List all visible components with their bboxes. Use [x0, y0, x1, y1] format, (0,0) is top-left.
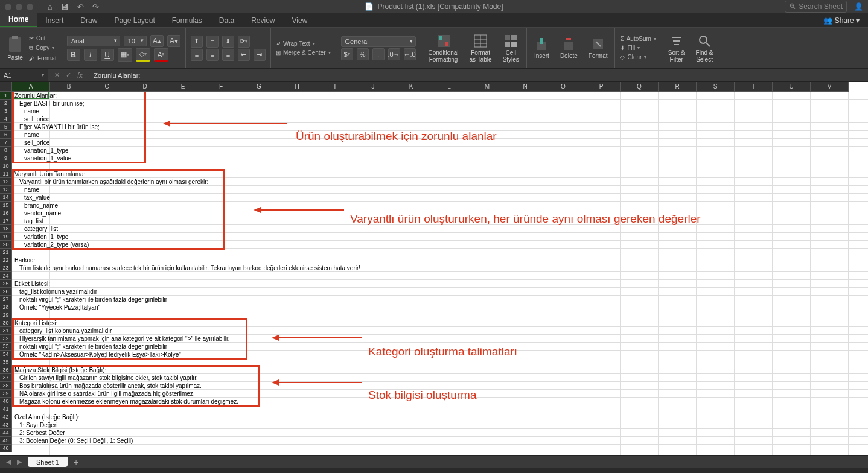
decrease-indent-button[interactable]: ⇤ [238, 49, 250, 61]
cell-a33[interactable]: noktalı virgül ";" karakteri ile birden … [18, 343, 168, 351]
row-header-4[interactable]: 4 [0, 115, 12, 123]
row-header-14[interactable]: 14 [0, 194, 12, 202]
user-icon[interactable]: 👤 [854, 2, 863, 11]
decrease-decimal-button[interactable]: ←.0 [404, 48, 416, 60]
percent-button[interactable]: % [357, 48, 369, 60]
row-header-22[interactable]: 22 [0, 256, 12, 264]
copy-button[interactable]: ⧉ Copy ▾ [29, 44, 57, 52]
align-left-button[interactable]: ≡ [191, 49, 203, 61]
tab-formulas[interactable]: Formulas [164, 14, 211, 27]
column-header-G[interactable]: G [240, 82, 278, 92]
column-header-P[interactable]: P [582, 82, 621, 92]
row-header-19[interactable]: 19 [0, 233, 12, 241]
cell-a43[interactable]: 1: Sayı Değeri [18, 421, 59, 429]
cell-a6[interactable]: name [23, 131, 40, 139]
delete-cells-button[interactable]: Delete [558, 30, 580, 66]
borders-button[interactable]: ▦▾ [118, 48, 132, 62]
cell-a38[interactable]: Boş bırakılırsa ürün mağazada gösterilir… [18, 382, 203, 390]
orientation-button[interactable]: ⟳▾ [238, 36, 250, 48]
minimize-window[interactable] [16, 4, 22, 10]
number-format-select[interactable]: General [341, 36, 416, 47]
row-header-27[interactable]: 27 [0, 296, 12, 303]
conditional-formatting-button[interactable]: Conditional Formatting [426, 30, 461, 66]
cell-a9[interactable]: variation_1_value [23, 154, 72, 162]
row-header-9[interactable]: 9 [0, 154, 12, 162]
sheet-tab[interactable]: Sheet 1 [28, 457, 68, 467]
cell-a39[interactable]: NA olarak girilirse o satırdaki ürün ilg… [18, 390, 196, 398]
formula-input[interactable]: Zorunlu Alanlar: [89, 72, 868, 79]
align-middle-button[interactable]: ≡ [206, 36, 219, 48]
fill-color-button[interactable]: ◇▾ [136, 48, 150, 62]
column-header-M[interactable]: M [468, 82, 506, 92]
cancel-formula-icon[interactable]: ✕ [54, 71, 60, 79]
column-header-T[interactable]: T [735, 82, 773, 92]
spreadsheet-grid[interactable]: ABCDEFGHIJKLMNOPQRSTUV 12345678910111213… [0, 82, 868, 455]
cell-a34[interactable]: Örnek: "Kadın>Aksesuar>Kolye;Hediyelik E… [18, 351, 182, 358]
row-header-44[interactable]: 44 [0, 429, 12, 437]
home-icon[interactable]: ⌂ [48, 2, 53, 11]
row-header-30[interactable]: 30 [0, 319, 12, 327]
cells-area[interactable]: Zorunlu Alanlar:Eğer BASİT bir ürün ise;… [12, 92, 868, 455]
row-header-37[interactable]: 37 [0, 374, 12, 382]
insert-cells-button[interactable]: Insert [532, 30, 552, 66]
align-center-button[interactable]: ≡ [206, 49, 219, 61]
cell-a3[interactable]: name [23, 107, 40, 115]
redo-icon[interactable]: ↷ [92, 2, 99, 11]
column-header-C[interactable]: C [88, 82, 126, 92]
cell-a31[interactable]: category_list kolonuna yazılmalıdır [18, 327, 113, 335]
cell-a20[interactable]: variation_2_type (varsa) [23, 241, 90, 249]
align-top-button[interactable]: ⬆ [191, 36, 203, 48]
find-select-button[interactable]: Find & Select [694, 30, 716, 66]
tab-home[interactable]: Home [0, 13, 37, 27]
row-header-35[interactable]: 35 [0, 358, 12, 366]
increase-font-button[interactable]: A▴ [150, 35, 164, 47]
cell-a28[interactable]: Örnek: "Yiyecek;Pizza;İtalyan" [18, 303, 101, 311]
cell-a17[interactable]: tag_list [23, 217, 45, 225]
row-header-10[interactable]: 10 [0, 162, 12, 170]
cell-a18[interactable]: category_list [23, 225, 59, 233]
cell-a11[interactable]: Varyantlı Ürün Tanımlama: [13, 170, 86, 178]
cell-a7[interactable]: sell_price [23, 139, 51, 147]
cell-a5[interactable]: Eğer VARYANTLI bir ürün ise; [18, 123, 101, 131]
tab-view[interactable]: View [284, 14, 316, 27]
cell-a22[interactable]: Barkod: [13, 256, 36, 264]
search-sheet-input[interactable]: 🔍︎ Search Sheet [785, 1, 847, 13]
row-header-8[interactable]: 8 [0, 147, 12, 154]
row-header-41[interactable]: 41 [0, 405, 12, 413]
sheet-nav-last-icon[interactable]: ▶ [17, 458, 22, 466]
tab-data[interactable]: Data [211, 14, 243, 27]
cell-a19[interactable]: variation_1_type [23, 233, 69, 241]
column-header-Q[interactable]: Q [621, 82, 659, 92]
increase-indent-button[interactable]: ⇥ [254, 49, 266, 61]
column-header-E[interactable]: E [164, 82, 202, 92]
cell-a40[interactable]: Mağaza kolonu eklenmezse eklenmeyen mağa… [18, 398, 240, 405]
column-header-N[interactable]: N [506, 82, 544, 92]
font-name-select[interactable]: Arial [67, 36, 120, 46]
paste-button[interactable]: Paste [5, 35, 25, 61]
select-all-corner[interactable] [0, 82, 12, 92]
row-header-15[interactable]: 15 [0, 202, 12, 209]
save-icon[interactable]: 💾︎ [61, 2, 69, 11]
decrease-font-button[interactable]: A▾ [167, 35, 180, 47]
column-header-D[interactable]: D [126, 82, 164, 92]
currency-button[interactable]: $▾ [341, 48, 353, 60]
cell-a32[interactable]: Hiyerarşik tanımlama yapmak için ana kat… [18, 335, 231, 343]
format-as-table-button[interactable]: Format as Table [467, 30, 494, 66]
cell-a44[interactable]: 2: Serbest Değer [18, 429, 66, 437]
row-header-17[interactable]: 17 [0, 217, 12, 225]
column-header-O[interactable]: O [544, 82, 582, 92]
row-header-34[interactable]: 34 [0, 351, 12, 358]
row-header-32[interactable]: 32 [0, 335, 12, 343]
cell-styles-button[interactable]: Cell Styles [500, 30, 522, 66]
row-header-23[interactable]: 23 [0, 264, 12, 272]
cell-a12[interactable]: Varyantlı bir ürün tanımlarken aşağıdaki… [18, 178, 209, 186]
cell-a14[interactable]: tax_value [23, 194, 51, 202]
font-size-select[interactable]: 10 [124, 36, 147, 46]
cell-a27[interactable]: noktalı virgül ";" karakteri ile birden … [18, 296, 168, 303]
row-header-20[interactable]: 20 [0, 241, 12, 249]
row-header-13[interactable]: 13 [0, 186, 12, 194]
tab-page-layout[interactable]: Page Layout [106, 14, 163, 27]
row-header-43[interactable]: 43 [0, 421, 12, 429]
cell-a8[interactable]: variation_1_type [23, 147, 69, 154]
font-color-button[interactable]: A▾ [154, 48, 168, 62]
